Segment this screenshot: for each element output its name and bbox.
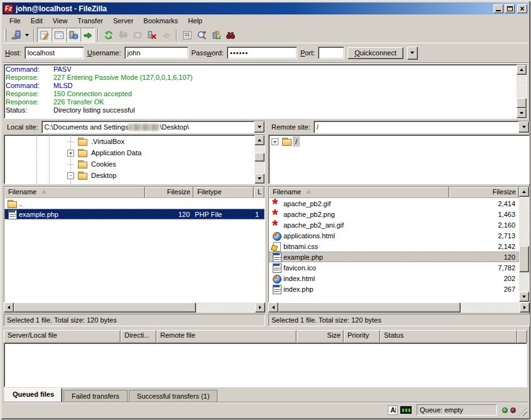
scroll-right-button[interactable] (255, 302, 265, 312)
column-header-filename[interactable]: Filename (269, 187, 449, 198)
menu-file[interactable]: File (4, 16, 26, 26)
tree-item-virtualbox[interactable]: .VirtualBox (4, 136, 255, 147)
column-header-priority[interactable]: Priority (344, 330, 380, 343)
directory-listing-filters-button[interactable] (180, 28, 194, 42)
file-row-example-php[interactable]: example.php120 (269, 251, 519, 262)
scroll-up-button[interactable] (255, 135, 265, 145)
file-row-parent-dir[interactable]: .. (4, 198, 265, 209)
scroll-down-button[interactable] (517, 108, 527, 118)
scrollbar-thumb[interactable] (517, 98, 527, 108)
close-button[interactable]: × (517, 4, 527, 13)
menu-transfer[interactable]: Transfer (72, 16, 108, 26)
column-header-filesize[interactable]: Filesize (145, 187, 194, 198)
host-input[interactable]: localhost (25, 47, 84, 59)
menu-server[interactable]: Server (108, 16, 138, 26)
site-manager-button[interactable] (9, 28, 23, 42)
site-manager-dropdown-button[interactable] (23, 28, 31, 41)
file-row[interactable]: apache_pb2.gif2,414 (269, 198, 519, 209)
directory-comparison-button[interactable] (194, 28, 209, 42)
tree-item-cookies[interactable]: Cookies (4, 158, 255, 170)
scrollbar-track[interactable] (519, 197, 529, 292)
scrollbar-thumb[interactable] (278, 302, 461, 312)
file-row-example-php[interactable]: example.php 120 PHP File 1 (4, 209, 265, 219)
abort-button[interactable] (159, 28, 173, 42)
titlebar[interactable]: Fz john@localhost - FileZilla × (3, 3, 528, 14)
expand-plus-icon[interactable]: + (67, 150, 74, 157)
tab-queued-files[interactable]: Queued files (4, 388, 62, 402)
column-header-lastmodified[interactable]: L (254, 187, 265, 198)
file-row[interactable]: apache_pb2_ani.gif2,160 (269, 219, 519, 230)
column-header-filesize[interactable]: Filesize (449, 187, 519, 198)
scrollbar-track[interactable] (255, 145, 265, 174)
queue-body[interactable] (4, 343, 527, 387)
speed-limit-icon[interactable] (400, 406, 412, 414)
toggle-remote-tree-button[interactable] (66, 28, 80, 42)
scrollbar-track[interactable] (517, 75, 527, 108)
disconnect-button[interactable] (145, 28, 159, 42)
column-header-size[interactable]: Size (297, 330, 344, 343)
scroll-left-button[interactable] (4, 302, 14, 312)
scrollbar-thumb[interactable] (519, 246, 529, 272)
scroll-down-button[interactable] (255, 174, 265, 184)
tree-item-application-data[interactable]: +Application Data (4, 147, 255, 158)
scrollbar-thumb[interactable] (255, 153, 265, 162)
scrollbar-thumb[interactable] (14, 302, 196, 312)
local-path-dropdown-button[interactable] (254, 121, 265, 133)
remote-path-dropdown-button[interactable] (518, 121, 529, 133)
toggle-transfer-queue-button[interactable] (80, 28, 95, 42)
toggle-message-log-button[interactable] (37, 28, 52, 42)
menu-bookmarks[interactable]: Bookmarks (138, 16, 183, 26)
toolbar-grip[interactable] (4, 29, 6, 41)
column-header-direction[interactable]: Directi... (121, 330, 156, 343)
port-input[interactable] (318, 47, 344, 59)
file-row[interactable]: applications.html2,713 (269, 230, 519, 241)
resize-grip[interactable] (518, 407, 527, 416)
file-row[interactable]: apache_pb2.png1,463 (269, 209, 519, 219)
scroll-down-button[interactable] (519, 292, 529, 302)
toggle-local-tree-button[interactable] (52, 28, 66, 42)
scrollbar-track[interactable] (278, 302, 520, 312)
scroll-up-button[interactable] (517, 65, 527, 75)
scroll-left-button[interactable] (268, 302, 278, 312)
collapse-minus-icon[interactable]: - (67, 172, 74, 179)
file-row[interactable]: bitnami.css2,142 (269, 241, 519, 251)
tree-item-root[interactable]: +/ (269, 136, 529, 147)
local-tree-scrollbar[interactable] (255, 135, 265, 184)
find-files-button[interactable] (223, 28, 238, 42)
remote-path-combobox[interactable]: / (314, 121, 530, 133)
username-input[interactable]: john (124, 47, 189, 59)
file-row[interactable]: favicon.ico7,782 (269, 262, 519, 273)
tab-successful-transfers[interactable]: Successful transfers (1) (129, 390, 218, 402)
column-header-remote-file[interactable]: Remote file (156, 330, 297, 343)
menu-help[interactable]: Help (183, 16, 207, 26)
password-input[interactable]: •••••• (227, 47, 297, 59)
expand-plus-icon[interactable]: + (271, 138, 278, 145)
minimize-button[interactable] (493, 4, 503, 13)
scrollbar-track[interactable] (14, 302, 255, 312)
tab-failed-transfers[interactable]: Failed transfers (63, 390, 128, 402)
cancel-operation-button[interactable] (130, 28, 145, 42)
file-row[interactable]: index.html202 (269, 273, 519, 284)
maximize-button[interactable] (505, 4, 515, 13)
synchronized-browsing-button[interactable] (209, 28, 223, 42)
tree-item-desktop[interactable]: -Desktop (4, 170, 255, 181)
remote-list-hscrollbar[interactable] (268, 302, 530, 312)
process-queue-button[interactable] (116, 28, 130, 42)
scroll-right-button[interactable] (520, 302, 530, 312)
column-header-filename[interactable]: Filename (4, 187, 145, 198)
column-header-server-local-file[interactable]: Server/Local file (4, 330, 121, 343)
menu-edit[interactable]: Edit (26, 16, 48, 26)
menu-view[interactable]: View (48, 16, 73, 26)
quickconnect-button[interactable]: Quickconnect (348, 47, 403, 59)
local-path-combobox[interactable]: C:\Documents and Settings\Desktop\ (41, 121, 265, 133)
ascii-type-icon[interactable]: A (388, 406, 398, 415)
quickconnect-dropdown-button[interactable] (407, 47, 418, 60)
refresh-button[interactable] (101, 28, 116, 42)
log-scrollbar[interactable] (517, 65, 527, 118)
file-row[interactable]: index.php267 (269, 284, 519, 294)
column-header-status[interactable]: Status (380, 330, 517, 343)
column-header-filetype[interactable]: Filetype (194, 187, 254, 198)
local-list-hscrollbar[interactable] (4, 302, 265, 312)
scroll-up-button[interactable] (519, 187, 529, 197)
remote-list-scrollbar[interactable] (519, 187, 529, 302)
